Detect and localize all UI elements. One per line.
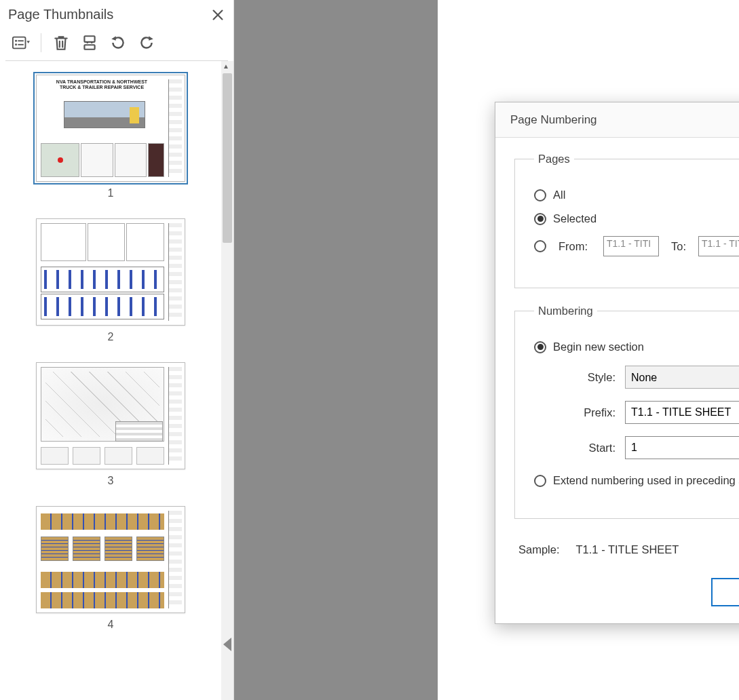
radio-selected[interactable]	[534, 213, 546, 225]
thumbnail-label: 2	[108, 331, 114, 343]
svg-rect-0	[13, 37, 26, 49]
thumbnail-label: 4	[108, 619, 114, 631]
svg-point-3	[15, 43, 17, 45]
toolbar-separator	[41, 33, 41, 52]
rotate-ccw-icon	[109, 34, 127, 52]
options-dropdown-button[interactable]	[12, 34, 30, 52]
options-icon	[12, 35, 30, 51]
thumbnail-label: 3	[108, 475, 114, 487]
svg-rect-7	[84, 45, 94, 50]
rotate-cw-icon	[138, 34, 155, 52]
dialog-title: Page Numbering	[510, 113, 597, 127]
radio-extend-label: Extend numbering used in preceding secti…	[553, 474, 739, 487]
thumbnail-label: 1	[108, 187, 114, 199]
thumbnail-scrollbar[interactable]: ▲	[221, 61, 233, 700]
page-thumbnail-4[interactable]: 4	[36, 506, 185, 631]
to-page-input[interactable]: T1.1 - TITI	[698, 236, 739, 256]
svg-point-1	[15, 40, 17, 42]
ok-button[interactable]: OK	[711, 578, 739, 606]
page-thumbnail-3[interactable]: 3	[36, 362, 185, 487]
trash-icon	[52, 34, 70, 52]
svg-rect-6	[84, 36, 94, 42]
from-page-input[interactable]: T1.1 - TITI	[603, 236, 659, 256]
delete-page-button[interactable]	[52, 34, 70, 52]
page-thumbnail-1[interactable]: NVA TRANSPORTATION & NORTHWEST TRUCK & T…	[36, 75, 185, 199]
thumbnail-toolbar	[5, 28, 228, 61]
insert-page-button[interactable]	[81, 34, 98, 52]
start-input[interactable]	[625, 436, 739, 459]
page-thumbnails-panel: Page Thumbnails	[0, 0, 234, 700]
numbering-legend: Numbering	[534, 305, 597, 317]
sample-label: Sample:	[518, 543, 560, 556]
svg-marker-9	[149, 36, 153, 41]
radio-all-label: All	[553, 189, 565, 201]
radio-begin-section[interactable]	[534, 341, 546, 353]
scroll-up-icon: ▲	[223, 62, 229, 70]
svg-marker-5	[26, 41, 30, 43]
svg-marker-8	[111, 36, 116, 41]
thumb1-title-line2: TRUCK & TRAILER REPAIR SERVICE	[60, 85, 144, 90]
thumb1-title-line1: NVA TRANSPORTATION & NORTHWEST	[56, 79, 147, 84]
panel-title: Page Thumbnails	[8, 7, 113, 22]
svg-rect-4	[18, 44, 23, 45]
start-label: Start:	[534, 442, 615, 454]
radio-from-label: From:	[558, 240, 591, 253]
numbering-group: Numbering Begin new section Style: None …	[514, 305, 739, 519]
document-area: Page Numbering Pages All Sele	[234, 0, 739, 700]
pages-group: Pages All Selected From: T1.1 - TITI To:	[514, 153, 739, 288]
close-icon	[210, 7, 225, 22]
sample-value: T1.1 - TITLE SHEET	[576, 543, 679, 556]
close-panel-button[interactable]	[210, 7, 225, 22]
pages-legend: Pages	[534, 153, 574, 166]
page-thumbnail-2[interactable]: 2	[36, 218, 185, 343]
to-label: To:	[671, 240, 686, 253]
thumbnail-list: NVA TRANSPORTATION & NORTHWEST TRUCK & T…	[0, 61, 221, 700]
radio-begin-section-label: Begin new section	[553, 341, 644, 353]
scrollbar-thumb[interactable]	[223, 73, 232, 243]
style-select[interactable]: None	[625, 366, 739, 389]
radio-all[interactable]	[534, 189, 546, 201]
radio-extend[interactable]	[534, 475, 546, 487]
insert-page-icon	[81, 34, 98, 52]
radio-selected-label: Selected	[553, 212, 596, 225]
page-numbering-dialog: Page Numbering Pages All Sele	[495, 102, 739, 624]
collapse-sidebar-handle[interactable]	[223, 638, 231, 651]
radio-from[interactable]	[534, 240, 546, 252]
rotate-cw-button[interactable]	[138, 34, 155, 52]
svg-rect-2	[18, 40, 23, 41]
prefix-input[interactable]	[625, 401, 739, 424]
prefix-label: Prefix:	[534, 406, 615, 419]
style-label: Style:	[534, 371, 615, 384]
rotate-ccw-button[interactable]	[109, 34, 127, 52]
